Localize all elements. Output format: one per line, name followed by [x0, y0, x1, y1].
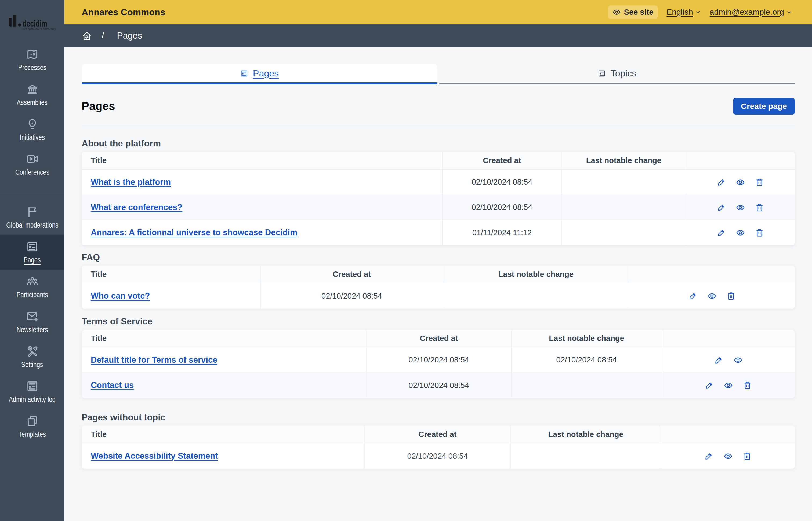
sidebar-item-newsletters[interactable]: Newsletters: [0, 304, 64, 339]
page-link[interactable]: Website Accessibility Statement: [91, 451, 218, 461]
edit-button[interactable]: [688, 292, 697, 300]
video-camera-icon: [26, 153, 39, 165]
eye-icon: [736, 178, 745, 187]
column-header-actions: [662, 330, 795, 347]
edit-button[interactable]: [717, 228, 726, 237]
tab-pages[interactable]: Pages: [82, 64, 437, 84]
pages-icon: [26, 241, 39, 253]
table-header-row: Title Created at Last notable change: [82, 266, 795, 283]
edit-button[interactable]: [705, 381, 714, 390]
column-header-last-change: Last notable change: [511, 330, 662, 347]
column-header-last-change: Last notable change: [510, 426, 661, 444]
preview-button[interactable]: [736, 228, 745, 237]
sidebar-item-processes[interactable]: Processes: [0, 42, 64, 77]
breadcrumb: / Pages: [64, 24, 812, 47]
sidebar-item-settings[interactable]: Settings: [0, 339, 64, 374]
create-page-button[interactable]: Create page: [733, 98, 795, 115]
file-copy-icon: [26, 415, 39, 427]
table-row: Default title for Terms of service 02/10…: [82, 347, 795, 372]
preview-button[interactable]: [724, 452, 732, 461]
sidebar-item-label: Pages: [24, 256, 41, 264]
delete-button[interactable]: [743, 452, 752, 461]
delete-button[interactable]: [755, 228, 764, 237]
sidebar-item-label: Settings: [21, 360, 43, 369]
edit-button[interactable]: [717, 178, 726, 187]
edit-button[interactable]: [714, 356, 723, 365]
sidebar-item-initiatives[interactable]: Initiatives: [0, 112, 64, 147]
column-header-created-at: Created at: [442, 152, 561, 169]
page-link[interactable]: Contact us: [91, 380, 134, 390]
trash-icon: [743, 452, 752, 461]
delete-button[interactable]: [727, 292, 735, 300]
decidim-logo[interactable]: decidim free open-source democracy: [0, 0, 64, 42]
sidebar-item-participants[interactable]: Participants: [0, 270, 64, 304]
trash-icon: [727, 292, 735, 300]
sidebar-item-templates[interactable]: Templates: [0, 409, 64, 444]
eye-icon: [724, 381, 733, 390]
trash-icon: [755, 203, 764, 212]
pencil-icon: [717, 203, 726, 212]
table-row: What is the platform 02/10/2024 08:54: [82, 169, 795, 195]
edit-button[interactable]: [704, 452, 713, 461]
actions-cell: [662, 372, 795, 398]
eye-icon: [733, 356, 743, 365]
sidebar-item-label: Assemblies: [17, 98, 48, 107]
page-link[interactable]: Default title for Terms of service: [91, 355, 217, 365]
created-at-cell: 02/10/2024 08:54: [260, 283, 443, 309]
page-header: Pages Create page: [82, 98, 795, 115]
page-link[interactable]: What are conferences?: [91, 203, 182, 212]
page-link[interactable]: Who can vote?: [91, 291, 150, 300]
delete-button[interactable]: [755, 178, 764, 187]
preview-button[interactable]: [736, 203, 745, 212]
sidebar-item-assemblies[interactable]: Assemblies: [0, 77, 64, 112]
section-title-about-the-platform: About the platform: [82, 138, 795, 149]
sidebar: decidim free open-source democracy Proce…: [0, 0, 64, 521]
header-divider: [82, 126, 795, 126]
sidebar-item-conferences[interactable]: Conferences: [0, 147, 64, 182]
eye-icon: [613, 8, 621, 16]
preview-button[interactable]: [708, 292, 717, 300]
sidebar-item-label: Conferences: [15, 168, 49, 177]
pages-table-pages-without-topic: Title Created at Last notable change Web…: [82, 426, 795, 469]
tab-label: Topics: [611, 68, 636, 78]
user-menu[interactable]: admin@example.org: [710, 7, 792, 17]
sidebar-item-label: Participants: [16, 291, 48, 299]
content: Pages Topics Pages Create page About the…: [64, 47, 812, 521]
last-change-cell: 02/10/2024 08:54: [511, 347, 662, 372]
chevron-down-icon: [787, 9, 792, 15]
page-link[interactable]: Annares: A fictionnal universe to showca…: [91, 228, 297, 237]
article-icon: [598, 69, 606, 77]
pencil-icon: [704, 452, 713, 461]
column-header-title: Title: [82, 266, 260, 283]
column-header-last-change: Last notable change: [443, 266, 629, 283]
edit-button[interactable]: [717, 203, 726, 212]
tab-topics[interactable]: Topics: [439, 64, 795, 84]
eye-icon: [736, 228, 745, 237]
see-site-button[interactable]: See site: [608, 5, 658, 19]
sidebar-item-admin-activity-log[interactable]: Admin activity log: [0, 374, 64, 409]
home-gear-icon[interactable]: [82, 30, 92, 41]
language-menu[interactable]: English: [666, 7, 701, 17]
table-row: Who can vote? 02/10/2024 08:54: [82, 283, 795, 309]
column-header-created-at: Created at: [260, 266, 443, 283]
trash-icon: [755, 178, 764, 187]
preview-button[interactable]: [724, 381, 733, 390]
sidebar-item-label: Newsletters: [16, 325, 48, 334]
preview-button[interactable]: [733, 356, 743, 365]
page-link[interactable]: What is the platform: [91, 177, 171, 187]
breadcrumb-current: Pages: [114, 30, 142, 41]
last-change-cell: [511, 372, 662, 398]
section-title-pages-without-topic: Pages without topic: [82, 412, 795, 423]
delete-button[interactable]: [743, 381, 752, 390]
sidebar-item-pages[interactable]: Pages: [0, 235, 64, 270]
column-header-title: Title: [82, 152, 442, 169]
logo-tagline: free open-source democracy: [23, 27, 56, 30]
breadcrumb-separator: /: [102, 31, 104, 41]
preview-button[interactable]: [736, 178, 745, 187]
pages-table-about-the-platform: Title Created at Last notable change Wha…: [82, 152, 795, 245]
delete-button[interactable]: [755, 203, 764, 212]
sidebar-item-global-moderations[interactable]: Global moderations: [0, 200, 64, 235]
team-icon: [26, 275, 39, 288]
pencil-icon: [705, 381, 714, 390]
actions-cell: [686, 195, 795, 220]
